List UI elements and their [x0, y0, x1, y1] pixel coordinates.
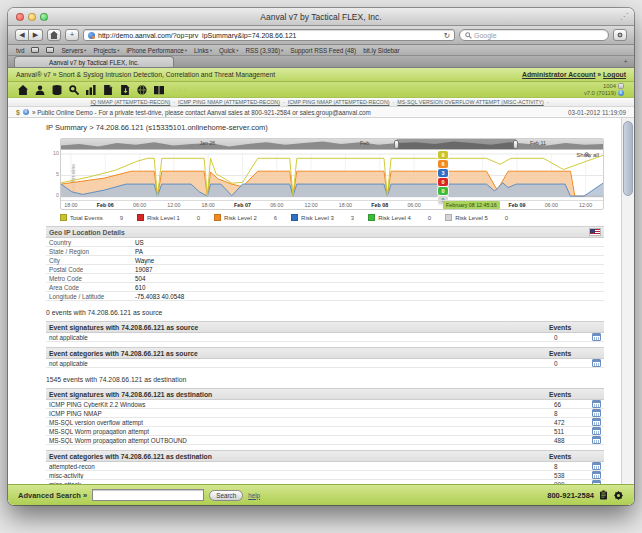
help-link[interactable]: help [248, 492, 260, 499]
clipboard-icon[interactable] [599, 490, 608, 500]
geo-row: Metro Code504 [46, 274, 604, 283]
legend-swatch [291, 214, 298, 221]
user-icon [35, 85, 45, 95]
network-button[interactable] [137, 85, 147, 95]
scrollbar-thumb[interactable] [623, 121, 633, 196]
table-title: Event categories with 74.208.66.121 as d… [49, 453, 549, 460]
geo-field-label: State / Region [49, 248, 135, 255]
home-button[interactable] [18, 85, 28, 95]
range-handle-left[interactable] [394, 140, 399, 149]
timeline-minimap[interactable]: Jan 26FebFeb 11 [61, 139, 603, 150]
event-name[interactable]: MS-SQL Worm propagation attempt OUTBOUND [49, 437, 554, 444]
reload-icon[interactable]: ↻ [444, 31, 450, 40]
ticker-event-link[interactable]: ICMP PING NMAP (ATTEMPTED-RECON) [178, 99, 280, 105]
info-icon[interactable]: i [618, 90, 624, 96]
documentation-button[interactable] [154, 85, 164, 95]
x-tick-label: 06:00 [545, 202, 558, 208]
bookmark-item[interactable]: Quick▾ [219, 47, 238, 54]
legend-item[interactable]: Risk Level 40 [368, 214, 431, 221]
advanced-search-label[interactable]: Advanced Search » [18, 491, 87, 500]
page-settings-button[interactable] [613, 29, 627, 41]
database-button[interactable] [52, 85, 62, 95]
minimap-date-label: Jan 26 [199, 140, 215, 146]
event-name[interactable]: not applicable [49, 334, 554, 341]
calendar-icon[interactable] [592, 418, 601, 426]
grid-view-icon[interactable] [46, 47, 54, 53]
logout-link[interactable]: Logout [603, 71, 626, 78]
event-name[interactable]: ICMP PING CyberKit 2.2 Windows [49, 401, 554, 408]
tab-aanval[interactable]: Aanval v7 by Tactical FLEX, Inc. [14, 56, 174, 67]
legend-item[interactable]: Risk Level 33 [291, 214, 354, 221]
event-name[interactable]: misc-activity [49, 472, 554, 479]
calendar-icon[interactable] [592, 480, 601, 484]
ticker-separator: - [173, 99, 175, 105]
calendar-icon[interactable] [592, 436, 601, 444]
calendar-icon[interactable] [592, 471, 601, 479]
address-bar[interactable]: http://demo.aanval.com/?op=prv_ipSummary… [83, 29, 455, 41]
bookmark-item-tvd[interactable]: tvd [16, 47, 24, 54]
note-icon[interactable] [618, 83, 624, 89]
search-button[interactable]: Search [209, 490, 243, 501]
range-handle-right[interactable] [513, 140, 518, 149]
bookmark-item[interactable]: Links▾ [194, 47, 212, 54]
table-title: Event categories with 74.208.66.121 as s… [49, 350, 549, 357]
legend-label: Risk Level 5 [455, 215, 488, 221]
bookmark-item[interactable]: bit.ly Sidebar [363, 47, 399, 54]
minimap-date-label: Feb [360, 140, 369, 146]
toolbar-toggle-button[interactable]: ⋰ [620, 12, 629, 21]
timeline-plot[interactable]: Event Timeline 10 5 0 Show all 963000 [61, 150, 603, 200]
legend-item[interactable]: Risk Level 50 [445, 214, 508, 221]
import-data-button[interactable] [120, 85, 130, 95]
show-all-button[interactable]: Show all [576, 152, 599, 158]
events-column-header: Events [549, 453, 601, 460]
bookmark-item[interactable]: Servers▾ [61, 47, 86, 54]
event-categories-source-table: Event categories with 74.208.66.121 as s… [46, 347, 604, 368]
legend-label: Risk Level 4 [378, 215, 411, 221]
legend-item[interactable]: Risk Level 10 [137, 214, 200, 221]
bookmark-item[interactable]: RSS (3,936)▾ [245, 47, 283, 54]
calendar-icon[interactable] [592, 462, 601, 470]
calendar-icon[interactable] [592, 400, 601, 408]
demo-info-icon[interactable]: i [23, 109, 29, 115]
coverflow-icon[interactable] [31, 47, 39, 53]
calendar-icon[interactable] [592, 359, 601, 367]
scrollbar-track[interactable] [621, 118, 634, 484]
ticker-event-link[interactable]: IQ NMAP (ATTEMPTED-RECON) [90, 99, 170, 105]
new-tab-button[interactable]: + [623, 57, 628, 66]
event-name[interactable]: MS-SQL Worm propagation attempt [49, 428, 554, 435]
legend-item[interactable]: Risk Level 26 [214, 214, 277, 221]
legend-item[interactable]: Total Events9 [60, 214, 123, 221]
bookmark-item[interactable]: Support RSS Feed (48) [290, 47, 356, 54]
event-name[interactable]: attempted-recon [49, 463, 554, 470]
advanced-search-input[interactable] [92, 489, 204, 501]
forward-button[interactable]: ▶ [29, 29, 43, 41]
calendar-icon[interactable] [592, 409, 601, 417]
top-sites-button[interactable] [47, 29, 61, 41]
event-name[interactable]: misc-attack [49, 481, 554, 485]
sales-icon[interactable]: $ [16, 109, 20, 116]
geo-field-label: Country [49, 239, 135, 246]
geo-field-value: 19087 [135, 266, 601, 273]
event-timeline-chart[interactable]: Jan 26FebFeb 11 Event Timeline 10 5 0 [60, 138, 604, 210]
minimap-selection[interactable] [397, 139, 516, 149]
legend-value: 0 [428, 215, 431, 221]
search-events-button[interactable] [69, 85, 79, 95]
back-button[interactable]: ◀ [15, 29, 29, 41]
search-field[interactable]: Google [459, 29, 609, 41]
reports-button[interactable] [86, 85, 96, 95]
bookmark-item[interactable]: Projects▾ [93, 47, 119, 54]
event-name[interactable]: ICMP PING NMAP [49, 410, 554, 417]
ticker-event-link[interactable]: MS-SQL VERSION OVERFLOW ATTEMPT (MISC-AC… [397, 99, 543, 105]
calendar-icon[interactable] [592, 333, 601, 341]
bookmark-item[interactable]: iPhone Performance▾ [126, 47, 187, 54]
users-button[interactable] [35, 85, 45, 95]
event-name[interactable]: MS-SQL version overflow attempt [49, 419, 554, 426]
administrator-account-link[interactable]: Administrator Account [522, 71, 595, 78]
calendar-icon[interactable] [592, 427, 601, 435]
device-management-button[interactable] [103, 85, 113, 95]
add-bookmark-button[interactable]: + [65, 29, 79, 41]
event-name[interactable]: not applicable [49, 360, 554, 367]
settings-gear-icon[interactable] [613, 490, 624, 501]
event-count-badge: 1004 [603, 83, 616, 90]
ticker-event-link[interactable]: ICMP PING NMAP (ATTEMPTED-RECON) [288, 99, 390, 105]
